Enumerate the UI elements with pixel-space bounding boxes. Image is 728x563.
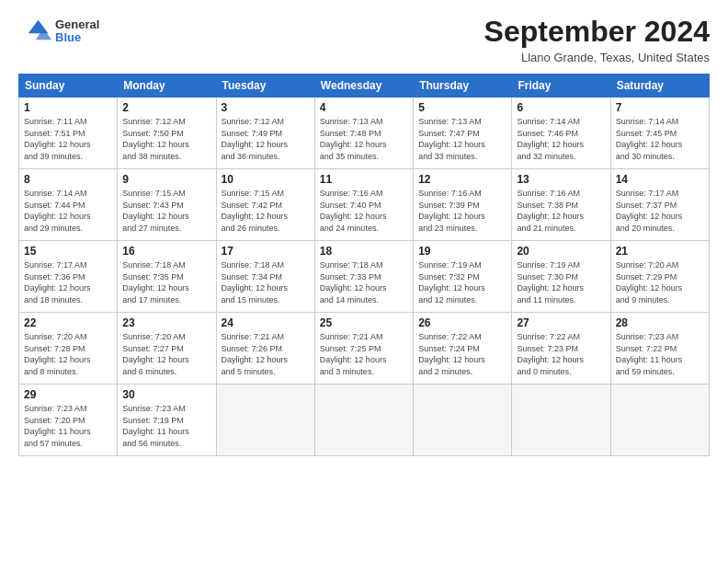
day-number: 2 — [122, 101, 210, 114]
day-number: 23 — [122, 316, 210, 329]
calendar-cell: 16Sunrise: 7:18 AMSunset: 7:35 PMDayligh… — [118, 241, 216, 313]
month-title: September 2024 — [484, 15, 710, 49]
calendar-cell: 4Sunrise: 7:13 AMSunset: 7:48 PMDaylight… — [314, 98, 413, 169]
calendar-cell: 14Sunrise: 7:17 AMSunset: 7:37 PMDayligh… — [610, 169, 709, 241]
day-number: 22 — [24, 316, 112, 329]
day-info: Sunrise: 7:23 AMSunset: 7:20 PMDaylight:… — [24, 403, 112, 449]
week-row-1: 1Sunrise: 7:11 AMSunset: 7:51 PMDaylight… — [19, 98, 710, 169]
calendar-cell: 15Sunrise: 7:17 AMSunset: 7:36 PMDayligh… — [19, 241, 118, 313]
day-number: 8 — [24, 173, 112, 186]
day-info: Sunrise: 7:19 AMSunset: 7:32 PMDaylight:… — [418, 259, 506, 305]
calendar-cell: 12Sunrise: 7:16 AMSunset: 7:39 PMDayligh… — [414, 169, 512, 241]
day-number: 25 — [320, 316, 408, 329]
week-row-4: 22Sunrise: 7:20 AMSunset: 7:28 PMDayligh… — [19, 313, 710, 385]
calendar-cell — [314, 385, 413, 456]
calendar-cell: 5Sunrise: 7:13 AMSunset: 7:47 PMDaylight… — [414, 98, 512, 169]
day-number: 10 — [222, 173, 310, 186]
day-info: Sunrise: 7:18 AMSunset: 7:33 PMDaylight:… — [320, 259, 408, 305]
col-sunday: Sunday — [19, 75, 118, 98]
calendar-cell: 24Sunrise: 7:21 AMSunset: 7:26 PMDayligh… — [216, 313, 314, 385]
calendar-cell: 8Sunrise: 7:14 AMSunset: 7:44 PMDaylight… — [19, 169, 118, 241]
logo-icon — [18, 15, 51, 48]
day-info: Sunrise: 7:16 AMSunset: 7:38 PMDaylight:… — [517, 188, 605, 234]
title-block: September 2024 Llano Grande, Texas, Unit… — [484, 15, 710, 64]
day-number: 19 — [418, 245, 506, 258]
calendar-cell — [414, 385, 512, 456]
calendar-cell: 20Sunrise: 7:19 AMSunset: 7:30 PMDayligh… — [512, 241, 610, 313]
header: General Blue September 2024 Llano Grande… — [18, 15, 710, 64]
day-number: 20 — [517, 245, 605, 258]
day-info: Sunrise: 7:14 AMSunset: 7:46 PMDaylight:… — [517, 116, 605, 162]
logo-text: General Blue — [55, 18, 99, 45]
day-info: Sunrise: 7:15 AMSunset: 7:43 PMDaylight:… — [122, 188, 210, 234]
calendar-cell: 30Sunrise: 7:23 AMSunset: 7:19 PMDayligh… — [118, 385, 216, 456]
calendar-cell: 1Sunrise: 7:11 AMSunset: 7:51 PMDaylight… — [19, 98, 118, 169]
calendar-cell: 7Sunrise: 7:14 AMSunset: 7:45 PMDaylight… — [610, 98, 709, 169]
calendar-cell — [216, 385, 314, 456]
day-number: 6 — [517, 101, 605, 114]
day-info: Sunrise: 7:22 AMSunset: 7:24 PMDaylight:… — [418, 331, 506, 377]
calendar-cell: 27Sunrise: 7:22 AMSunset: 7:23 PMDayligh… — [512, 313, 610, 385]
day-info: Sunrise: 7:18 AMSunset: 7:34 PMDaylight:… — [222, 259, 310, 305]
week-row-2: 8Sunrise: 7:14 AMSunset: 7:44 PMDaylight… — [19, 169, 710, 241]
day-info: Sunrise: 7:11 AMSunset: 7:51 PMDaylight:… — [24, 116, 112, 162]
day-info: Sunrise: 7:18 AMSunset: 7:35 PMDaylight:… — [122, 259, 210, 305]
calendar-cell: 3Sunrise: 7:12 AMSunset: 7:49 PMDaylight… — [216, 98, 314, 169]
col-wednesday: Wednesday — [314, 75, 413, 98]
day-info: Sunrise: 7:21 AMSunset: 7:26 PMDaylight:… — [222, 331, 310, 377]
day-info: Sunrise: 7:16 AMSunset: 7:39 PMDaylight:… — [418, 188, 506, 234]
day-info: Sunrise: 7:14 AMSunset: 7:44 PMDaylight:… — [24, 188, 112, 234]
day-number: 12 — [418, 173, 506, 186]
calendar-cell: 10Sunrise: 7:15 AMSunset: 7:42 PMDayligh… — [216, 169, 314, 241]
day-number: 18 — [320, 245, 408, 258]
day-number: 4 — [320, 101, 408, 114]
col-saturday: Saturday — [610, 75, 709, 98]
day-number: 30 — [122, 388, 210, 401]
calendar-cell: 26Sunrise: 7:22 AMSunset: 7:24 PMDayligh… — [414, 313, 512, 385]
col-thursday: Thursday — [414, 75, 512, 98]
day-number: 17 — [222, 245, 310, 258]
day-info: Sunrise: 7:19 AMSunset: 7:30 PMDaylight:… — [517, 259, 605, 305]
calendar-cell: 22Sunrise: 7:20 AMSunset: 7:28 PMDayligh… — [19, 313, 118, 385]
calendar-header-row: Sunday Monday Tuesday Wednesday Thursday… — [19, 75, 710, 98]
day-info: Sunrise: 7:13 AMSunset: 7:48 PMDaylight:… — [320, 116, 408, 162]
page: General Blue September 2024 Llano Grande… — [0, 0, 728, 563]
day-info: Sunrise: 7:16 AMSunset: 7:40 PMDaylight:… — [320, 188, 408, 234]
day-info: Sunrise: 7:17 AMSunset: 7:36 PMDaylight:… — [24, 259, 112, 305]
col-tuesday: Tuesday — [216, 75, 314, 98]
calendar-cell: 29Sunrise: 7:23 AMSunset: 7:20 PMDayligh… — [19, 385, 118, 456]
day-info: Sunrise: 7:13 AMSunset: 7:47 PMDaylight:… — [418, 116, 506, 162]
day-number: 11 — [320, 173, 408, 186]
day-info: Sunrise: 7:12 AMSunset: 7:49 PMDaylight:… — [222, 116, 310, 162]
day-info: Sunrise: 7:21 AMSunset: 7:25 PMDaylight:… — [320, 331, 408, 377]
calendar-cell — [610, 385, 709, 456]
day-info: Sunrise: 7:23 AMSunset: 7:19 PMDaylight:… — [122, 403, 210, 449]
col-friday: Friday — [512, 75, 610, 98]
calendar-cell: 23Sunrise: 7:20 AMSunset: 7:27 PMDayligh… — [118, 313, 216, 385]
day-number: 21 — [616, 245, 704, 258]
calendar-cell: 6Sunrise: 7:14 AMSunset: 7:46 PMDaylight… — [512, 98, 610, 169]
day-number: 27 — [517, 316, 605, 329]
day-number: 29 — [24, 388, 112, 401]
logo-general: General — [55, 18, 99, 31]
day-info: Sunrise: 7:15 AMSunset: 7:42 PMDaylight:… — [222, 188, 310, 234]
calendar-cell: 28Sunrise: 7:23 AMSunset: 7:22 PMDayligh… — [610, 313, 709, 385]
day-info: Sunrise: 7:20 AMSunset: 7:28 PMDaylight:… — [24, 331, 112, 377]
day-info: Sunrise: 7:22 AMSunset: 7:23 PMDaylight:… — [517, 331, 605, 377]
day-info: Sunrise: 7:17 AMSunset: 7:37 PMDaylight:… — [616, 188, 704, 234]
day-number: 28 — [616, 316, 704, 329]
week-row-5: 29Sunrise: 7:23 AMSunset: 7:20 PMDayligh… — [19, 385, 710, 456]
calendar-cell: 11Sunrise: 7:16 AMSunset: 7:40 PMDayligh… — [314, 169, 413, 241]
day-number: 24 — [222, 316, 310, 329]
day-info: Sunrise: 7:20 AMSunset: 7:29 PMDaylight:… — [616, 259, 704, 305]
col-monday: Monday — [118, 75, 216, 98]
calendar: Sunday Monday Tuesday Wednesday Thursday… — [18, 74, 710, 456]
day-number: 16 — [122, 245, 210, 258]
day-info: Sunrise: 7:12 AMSunset: 7:50 PMDaylight:… — [122, 116, 210, 162]
day-info: Sunrise: 7:20 AMSunset: 7:27 PMDaylight:… — [122, 331, 210, 377]
calendar-cell: 25Sunrise: 7:21 AMSunset: 7:25 PMDayligh… — [314, 313, 413, 385]
day-info: Sunrise: 7:14 AMSunset: 7:45 PMDaylight:… — [616, 116, 704, 162]
logo-blue: Blue — [55, 31, 99, 44]
day-info: Sunrise: 7:23 AMSunset: 7:22 PMDaylight:… — [616, 331, 704, 377]
logo: General Blue — [18, 15, 99, 48]
